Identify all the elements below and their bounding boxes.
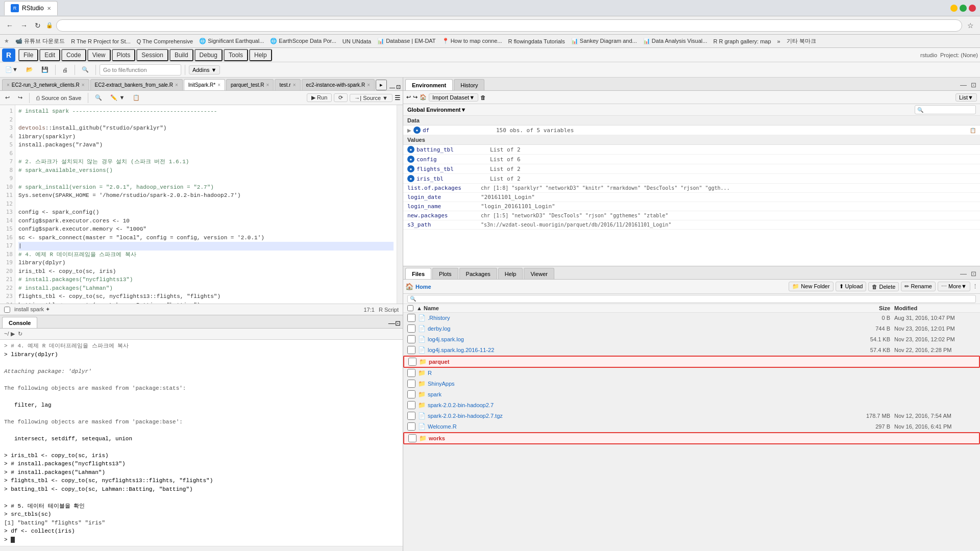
env-list-packages-row[interactable]: list.of.packages chr [1:8] "sparklyr" "n… <box>403 184 980 193</box>
env-batting-row[interactable]: ● batting_tbl List of 2 <box>403 145 980 155</box>
env-login-date-row[interactable]: login_date "20161101_Login" <box>403 193 980 202</box>
file-log4j[interactable]: 📄 log4j.spark.log 54.1 KB Nov 23, 2016, … <box>403 334 980 345</box>
format-btn[interactable]: ✏️ ▼ <box>107 93 128 103</box>
file-checkbox-log4j-old[interactable] <box>407 346 415 354</box>
files-select-all[interactable] <box>407 305 413 311</box>
console-collapse-btn[interactable]: — <box>388 319 395 327</box>
back-btn[interactable]: ← <box>4 20 15 31</box>
import-dataset-btn[interactable]: Import Dataset▼ <box>429 93 478 102</box>
tab-packages[interactable]: Packages <box>459 268 497 279</box>
menu-edit[interactable]: Edit <box>39 49 60 61</box>
menu-debug[interactable]: Debug <box>194 49 223 61</box>
tabs-more-btn[interactable]: ▸ <box>376 80 387 90</box>
source-save-btn[interactable]: ⎙ Source on Save <box>33 93 84 103</box>
new-folder-btn[interactable]: 📁 New Folder <box>789 282 833 291</box>
env-panel-minimize[interactable]: — <box>959 81 968 89</box>
win-maximize-btn[interactable] <box>960 5 967 12</box>
compile-btn[interactable]: 📋 <box>130 93 143 103</box>
bookmark-comprehensive[interactable]: Q The Comprehensive <box>137 38 193 44</box>
save-btn[interactable]: 💾 <box>38 65 52 74</box>
editor-panel-menu[interactable]: ☰ <box>395 94 401 102</box>
env-clear-btn[interactable]: 🗑 <box>480 94 486 101</box>
console-tab[interactable]: Console <box>2 317 37 328</box>
new-file-btn[interactable]: 📄▼ <box>2 65 21 74</box>
file-checkbox-spark[interactable] <box>407 390 415 398</box>
file-derby[interactable]: 📄 derby.log 744 B Nov 23, 2016, 12:01 PM <box>403 323 980 334</box>
bookmark-youtube[interactable]: 📹 유튜브 다운로드 <box>15 37 65 45</box>
tab-test[interactable]: test.r × <box>275 79 300 90</box>
menu-plots[interactable]: Plots <box>112 49 136 61</box>
file-checkbox-works[interactable] <box>408 434 416 442</box>
tab-environment[interactable]: Environment <box>405 79 453 90</box>
env-login-name-row[interactable]: login_name "login_20161101_Login" <box>403 202 980 211</box>
bookmark-btn[interactable]: ☆ <box>965 20 976 31</box>
list-view-btn[interactable]: List▼ <box>955 93 977 102</box>
file-checkbox-spark-tgz[interactable] <box>407 412 415 420</box>
file-checkbox-derby[interactable] <box>407 324 415 333</box>
code-content[interactable]: # install spark ------------------------… <box>15 105 397 304</box>
tab-ec2-extract[interactable]: EC2-extract_bankers_from_sale.R × <box>90 79 183 90</box>
env-config-row[interactable]: ● config List of 6 <box>403 155 980 164</box>
bookmark-emdat[interactable]: 📊 Database | EM-DAT <box>377 38 435 44</box>
env-flights-row[interactable]: ● flights_tbl List of 2 <box>403 164 980 174</box>
file-rhistory[interactable]: 📄 .Rhistory 0 B Aug 31, 2016, 10:47 PM <box>403 313 980 323</box>
menu-session[interactable]: Session <box>136 49 168 61</box>
bookmark-data-analysis[interactable]: 📊 Data Analysis Visual... <box>643 38 707 44</box>
bookmark-sankey[interactable]: 📊 Sankey Diagram and... <box>571 38 637 44</box>
rename-btn[interactable]: ✏ Rename <box>901 282 936 291</box>
tab-initspark[interactable]: InitSpark.R* × <box>184 79 225 90</box>
upload-btn[interactable]: ⬆ Upload <box>836 282 867 291</box>
folder-shinyapps[interactable]: 📁 ShinyApps <box>403 379 980 389</box>
tab-files[interactable]: Files <box>405 268 431 279</box>
tab-ec2-extract-close[interactable]: × <box>175 82 178 88</box>
tab-ec2-instance[interactable]: ec2-instance-with-spark.R × <box>302 79 375 90</box>
files-panel-expand[interactable]: ⊡ <box>969 269 978 278</box>
print-btn[interactable]: 🖨 <box>59 65 71 74</box>
tab-plots[interactable]: Plots <box>432 268 458 279</box>
tab-ec2-run[interactable]: × EC2-run_3_netwrok_clients.R × <box>2 79 89 90</box>
tab-ec2-instance-close[interactable]: × <box>367 82 370 88</box>
bookmark-r-gallery[interactable]: R R graph gallery: map <box>713 38 771 44</box>
console-icon[interactable]: ↻ <box>18 331 22 337</box>
win-close-btn[interactable] <box>969 5 976 12</box>
bookmark-other[interactable]: 기타 북마크 <box>787 37 816 45</box>
bookmark-map[interactable]: 📍 How to map conne... <box>442 38 502 44</box>
address-bar[interactable]: ec2-52-78-226-237.ap-northeast-2.compute… <box>56 19 962 32</box>
bookmark-earthscope[interactable]: 🌐 EarthScope Data Por... <box>270 38 336 44</box>
refresh-btn[interactable]: ↻ <box>33 20 43 31</box>
console-expand-btn[interactable]: ⊡ <box>395 319 401 327</box>
file-log4j-old[interactable]: 📄 log4j.spark.log.2016-11-22 57.4 KB Nov… <box>403 345 980 356</box>
env-forward-btn[interactable]: ↪ <box>413 94 418 101</box>
env-search[interactable] <box>915 105 976 114</box>
browser-tab-rstudio[interactable]: R RStudio ✕ <box>4 1 58 15</box>
rerun-btn[interactable]: ⟳ <box>334 93 348 102</box>
file-checkbox-shinyapps[interactable] <box>407 380 415 388</box>
file-checkbox-log4j[interactable] <box>407 335 415 343</box>
tab-help[interactable]: Help <box>498 268 523 279</box>
file-checkbox-rhistory[interactable] <box>407 314 415 322</box>
folder-spark[interactable]: 📁 spark <box>403 389 980 400</box>
search-btn[interactable]: 🔍 <box>92 93 105 103</box>
console-scrollbar-h[interactable] <box>0 546 403 551</box>
tab-viewer[interactable]: Viewer <box>524 268 554 279</box>
env-iris-row[interactable]: ● iris_tbl List of 2 <box>403 174 980 184</box>
tab-test-close[interactable]: × <box>293 82 296 88</box>
tab-parquet-close[interactable]: × <box>266 82 270 88</box>
editor-expand-btn[interactable]: ⊡ <box>396 84 401 90</box>
bookmark-r-project[interactable]: R The R Project for St... <box>71 38 131 44</box>
redo-btn[interactable]: ↪ <box>15 93 26 103</box>
open-file-btn[interactable]: 📂 <box>23 65 36 74</box>
source-on-save-checkbox[interactable] <box>4 307 10 313</box>
files-search-input[interactable] <box>407 295 976 303</box>
env-back-btn[interactable]: ↩ <box>406 94 411 101</box>
find-btn[interactable]: 🔍 <box>79 65 92 74</box>
bookmark-more[interactable]: » <box>777 38 780 44</box>
menu-file[interactable]: File <box>18 49 38 61</box>
tab-ec2-run-close[interactable]: × <box>82 82 85 88</box>
folder-works[interactable]: 📁 works <box>403 432 980 444</box>
menu-help[interactable]: Help <box>249 49 272 61</box>
menu-tools[interactable]: Tools <box>224 49 248 61</box>
file-checkbox-parquet[interactable] <box>408 358 416 366</box>
bookmark-flowingdata[interactable]: R flowingdata Tutorials <box>508 38 565 44</box>
folder-spark-bin[interactable]: 📁 spark-2.0.2-bin-hadoop2.7 <box>403 400 980 411</box>
